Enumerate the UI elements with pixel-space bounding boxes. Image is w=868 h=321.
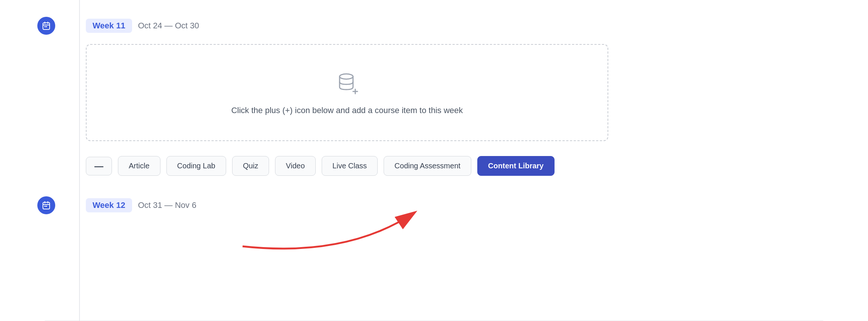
empty-state-message: Click the plus (+) icon below and add a …	[231, 106, 463, 115]
week-12-dates: Oct 31 — Nov 6	[138, 200, 197, 210]
week-11-calendar-icon	[37, 17, 55, 35]
week-12-header: Week 12 Oct 31 — Nov 6	[86, 198, 823, 212]
svg-rect-14	[44, 206, 46, 207]
week-11-dates: Oct 24 — Oct 30	[138, 21, 199, 31]
video-button[interactable]: Video	[275, 156, 316, 176]
week-11-section: Week 11 Oct 24 — Oct 30 Click the plus (…	[45, 19, 823, 198]
add-content-icon	[334, 70, 360, 98]
coding-assessment-button[interactable]: Coding Assessment	[384, 156, 471, 176]
dash-button[interactable]: —	[86, 157, 112, 175]
live-class-button[interactable]: Live Class	[322, 156, 378, 176]
coding-lab-button[interactable]: Coding Lab	[166, 156, 226, 176]
quiz-button[interactable]: Quiz	[232, 156, 269, 176]
svg-rect-15	[46, 206, 47, 207]
week-12-badge: Week 12	[86, 198, 132, 212]
week-11-header: Week 11 Oct 24 — Oct 30	[86, 19, 823, 33]
content-library-button[interactable]: Content Library	[477, 156, 555, 176]
article-button[interactable]: Article	[118, 156, 160, 176]
svg-point-6	[340, 74, 353, 79]
svg-rect-5	[46, 26, 47, 27]
week-12-calendar-icon	[37, 196, 55, 214]
week-12-section: Week 12 Oct 31 — Nov 6	[45, 198, 823, 224]
week-11-badge: Week 11	[86, 19, 132, 33]
week-11-action-buttons: — Article Coding Lab Quiz Video Live Cla…	[86, 156, 823, 176]
svg-rect-4	[44, 26, 46, 27]
week-11-empty-state: Click the plus (+) icon below and add a …	[86, 44, 608, 141]
